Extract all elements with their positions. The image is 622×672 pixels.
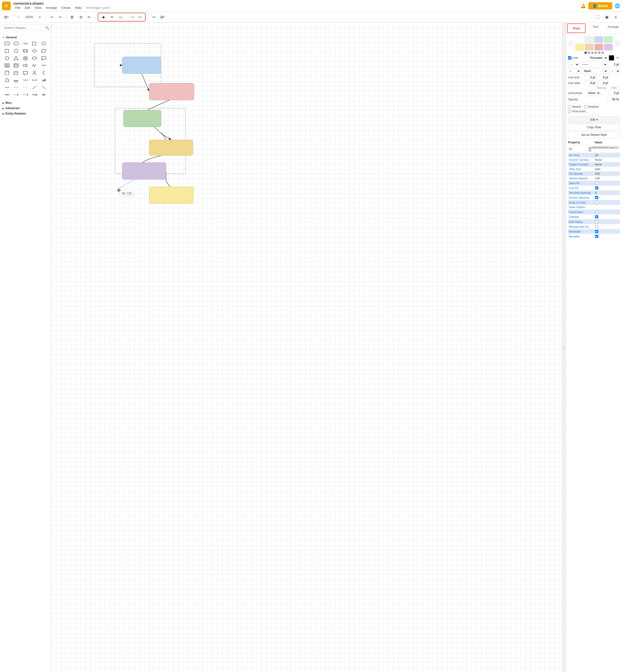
line-end-size[interactable]	[597, 75, 609, 80]
shape-line-dotted[interactable]	[21, 84, 30, 91]
menu-file[interactable]: File	[13, 5, 22, 10]
view-button[interactable]: ⊞ ▾	[2, 14, 10, 21]
shape-callout[interactable]	[40, 55, 48, 62]
copy-button[interactable]: ⧉	[77, 14, 85, 21]
end-style-select[interactable]: None Arrow	[582, 68, 608, 74]
shape-hexagon[interactable]	[3, 55, 11, 62]
bendable-check[interactable]	[595, 230, 598, 233]
waypoint-button[interactable]: ⌐ ▾	[136, 14, 144, 21]
line-jumps-size[interactable]	[608, 91, 620, 96]
share-button[interactable]: 👤 Share	[588, 2, 612, 9]
shape-node-3[interactable]	[124, 110, 161, 127]
panel-collapse-button[interactable]: ‹	[562, 23, 566, 672]
line-style-select[interactable]: Rounded Sharp Curved	[588, 55, 608, 61]
shape-speech[interactable]	[21, 69, 30, 76]
background-ou-check[interactable]	[595, 225, 598, 228]
fullscreen-button[interactable]: ⛶	[594, 14, 602, 21]
shape-connector-thick[interactable]	[30, 91, 39, 98]
shape-note[interactable]	[30, 40, 39, 47]
swatch-blue[interactable]	[594, 36, 603, 43]
shape-wave[interactable]	[21, 77, 30, 83]
line-end-offset[interactable]	[585, 75, 596, 80]
canvas[interactable]: 80, 720 ✛	[51, 23, 562, 672]
shape-node-5[interactable]	[122, 163, 166, 180]
arrow-start-select[interactable]: → — ◆	[568, 62, 579, 67]
arrow-end-select[interactable]: →	[609, 68, 620, 74]
swatch-purple[interactable]	[604, 44, 613, 50]
shape-rectangle[interactable]	[3, 40, 11, 47]
movable-check[interactable]	[595, 235, 598, 238]
shape-db[interactable]	[12, 77, 20, 83]
editable-check[interactable]	[595, 215, 598, 218]
shape-ellipse[interactable]	[40, 40, 48, 47]
shape-line-dashed[interactable]	[12, 84, 20, 91]
snap-to-point-check[interactable]	[595, 201, 598, 204]
menu-help[interactable]: Help	[73, 5, 83, 10]
redo-button[interactable]: ↪	[56, 14, 64, 21]
line-start-size[interactable]	[597, 81, 609, 85]
tab-arrange[interactable]: Arrange	[604, 23, 622, 34]
shape-diamond[interactable]	[30, 47, 39, 54]
fill-color-button[interactable]: ◆	[100, 14, 107, 21]
menu-view[interactable]: View	[33, 5, 43, 10]
sketch-checkbox[interactable]	[568, 105, 571, 108]
shape-double-arrow[interactable]	[30, 77, 39, 83]
shape-doc[interactable]	[3, 69, 11, 76]
swatch-dot-4[interactable]	[595, 51, 597, 54]
shape-cylinder[interactable]	[21, 55, 30, 62]
menu-arrange[interactable]: Arrange	[44, 5, 59, 10]
category-entity-relation-header[interactable]: ▶ Entity Relation	[2, 112, 48, 115]
shape-person[interactable]	[30, 69, 39, 76]
shape-rounded-rect[interactable]	[12, 40, 20, 47]
edit-dialog-check[interactable]	[595, 220, 598, 223]
start-fill-check[interactable]	[595, 181, 598, 185]
shape-button[interactable]: ▭	[117, 14, 125, 21]
zoom-in-button[interactable]: +	[36, 14, 44, 21]
line-jumps-select[interactable]: None Arc Gap	[586, 91, 600, 96]
edit-button[interactable]: Edit ▾	[568, 116, 620, 123]
swatch-white[interactable]	[575, 36, 584, 43]
shape-node-6[interactable]	[149, 187, 194, 204]
shape-connector-dashed-arrow[interactable]	[12, 91, 20, 98]
swatch-gray[interactable]	[585, 36, 594, 43]
shape-rect2[interactable]	[12, 69, 20, 76]
paste-button[interactable]: ⧉↙	[86, 14, 94, 21]
globe-icon[interactable]: 🌐	[615, 3, 620, 8]
end-fill-check[interactable]	[595, 186, 598, 189]
shadow-checkbox[interactable]	[584, 105, 587, 108]
shape-text[interactable]: Text	[21, 40, 30, 47]
category-misc-header[interactable]: ▶ Misc	[2, 101, 48, 105]
zoom-out-button[interactable]: −	[14, 14, 22, 21]
line-start-offset[interactable]	[585, 81, 596, 85]
search-input[interactable]	[2, 25, 51, 31]
shape-process[interactable]	[21, 47, 30, 54]
line-color-eyedropper[interactable]: ✏	[615, 56, 620, 60]
swatch-dot-3[interactable]	[591, 51, 594, 54]
anchor-direction-check[interactable]	[595, 196, 598, 199]
swatch-dot-6[interactable]	[601, 51, 604, 54]
swatch-dot-1[interactable]	[584, 51, 587, 54]
shape-triangle[interactable]	[12, 55, 20, 62]
shape-table[interactable]	[12, 62, 20, 69]
shape-square[interactable]	[3, 47, 11, 54]
swatch-green[interactable]	[604, 36, 613, 43]
fixed-dash-check[interactable]	[595, 210, 598, 213]
shape-line-solid[interactable]	[3, 84, 11, 91]
shape-node-1[interactable]	[122, 57, 161, 74]
shape-arrow-right[interactable]	[21, 62, 30, 69]
shape-connector-solid[interactable]	[3, 91, 11, 98]
line-width-input[interactable]	[608, 62, 620, 67]
shape-wavy[interactable]	[40, 62, 48, 69]
dash-style-select[interactable]: —— - - - ·····	[580, 62, 607, 67]
shape-cloud[interactable]	[30, 55, 39, 62]
flow-anim-checkbox[interactable]	[568, 110, 571, 113]
category-advanced-header[interactable]: ▶ Advanced	[2, 107, 48, 110]
delete-button[interactable]: 🗑	[68, 14, 76, 21]
tab-style[interactable]: Style	[567, 24, 586, 33]
panel-toggle-button[interactable]: ▣	[603, 14, 611, 21]
opacity-input[interactable]	[607, 97, 620, 102]
menu-extras[interactable]: Extras	[60, 5, 73, 10]
swatch-pink[interactable]	[594, 44, 603, 50]
swatches-prev[interactable]: ‹	[568, 41, 574, 46]
shape-line-diagonal[interactable]	[30, 84, 39, 91]
